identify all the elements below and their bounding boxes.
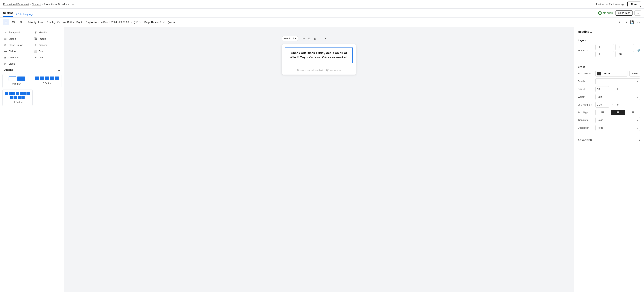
delete-button[interactable]: 🗑 [313,37,317,41]
component-image[interactable]: 🖼 Image [32,36,62,42]
line-height-decrease-button[interactable]: − [611,103,614,107]
component-divider-label: Divider [8,50,16,53]
size-reset-icon[interactable]: ↺ [583,88,585,91]
edit-pencil-button[interactable]: ✏ [302,37,306,41]
heading-tag-chevron: ▾ [295,37,296,40]
margin-top-left-icon: ⌐ [597,46,598,48]
grid-view-button[interactable]: ⊞ [3,19,9,25]
margin-top-right-icon: ⌐ [617,46,618,48]
opacity-input[interactable]: 100 % [629,71,640,77]
line-height-increase-button[interactable]: + [616,103,620,107]
size-value: 18 [597,88,600,91]
template-11-button[interactable]: 11 Button [2,90,32,106]
send-test-button[interactable]: Send Test [616,10,633,15]
margin-bottom-left-input[interactable]: ⌐ 0 [596,51,614,57]
more-options-button[interactable]: ... [634,10,641,15]
align-right-button[interactable] [626,110,640,115]
tab-content[interactable]: Content [3,11,13,17]
decoration-select[interactable]: None ▾ [596,125,640,131]
text-color-row: Text Color ↺ 333333 100 % [578,71,640,77]
family-row: Family ▾ [578,78,640,84]
component-columns[interactable]: ⊞ Columns [2,54,32,61]
settings-button[interactable]: ⚙ [18,19,24,25]
code-view-button[interactable]: </> [10,19,17,25]
canvas-footer-text: Designed and delivered with customer.io [297,69,341,71]
component-box-label: Box [39,50,43,53]
transform-select[interactable]: None ▾ [596,117,640,123]
component-heading-label: Heading [39,31,48,34]
breadcrumb-current: Promotional Broadcast [44,3,70,6]
close-canvas-button[interactable]: ✕ [324,37,327,40]
margin-bottom-right-icon: ⌐ [617,53,618,55]
weight-select[interactable]: Bold ▾ [596,94,640,100]
line-height-controls: 1.25 − + [596,102,640,108]
redo-button[interactable]: ↪ [624,19,628,25]
margin-link-icon[interactable]: 🔗 [637,49,640,52]
decoration-value: None [598,127,603,129]
display-info: Display: Overlay, Bottom Right [46,21,82,23]
duplicate-button[interactable]: ⧉ [307,36,311,41]
button-template-row-2: 11 Button [2,90,62,106]
done-button[interactable]: Done [628,1,641,7]
advanced-section-header[interactable]: Advanced ▾ [578,139,640,142]
filled-btn-preview [17,77,25,81]
family-label: Family [578,80,594,83]
buttons-section-header: Buttons ▲ [0,67,64,72]
right-panel-title: Heading 1 [574,27,644,36]
undo-button[interactable]: ↩ [618,19,622,25]
component-paragraph[interactable]: ≡ Paragraph [2,29,32,36]
family-select[interactable]: ▾ [596,78,640,84]
line-height-reset-icon[interactable]: ↺ [590,104,592,106]
add-language-button[interactable]: + Add language [16,13,34,15]
align-left-button[interactable] [596,110,610,115]
text-align-reset-icon[interactable]: ↺ [588,111,590,114]
heading-tag-selector[interactable]: Heading 1 ▾ [282,36,298,41]
btn-sm-2 [40,77,44,80]
align-center-button[interactable] [611,110,625,115]
component-button[interactable]: ▭ Button [2,36,32,42]
outline-btn-preview [8,77,16,81]
margin-bottom-right-input[interactable]: ⌐ 18 [615,51,634,57]
text-align-row: Text Align ↺ [578,110,640,115]
component-list[interactable]: ≡ List [32,54,62,61]
save-button[interactable]: 💾 [629,19,635,25]
component-spacer[interactable]: ↕ Spacer [32,42,62,48]
divider-icon: — [4,50,7,53]
weight-value: Bold [598,96,602,98]
template-5-button[interactable]: 5 Button [33,74,62,88]
size-increase-button[interactable]: + [616,87,620,91]
size-decrease-button[interactable]: − [611,87,614,91]
component-divider[interactable]: — Divider [2,48,32,54]
margin-top-right-input[interactable]: ⌐ 0 [615,44,634,50]
weight-label: Weight [578,96,594,98]
edit-icon[interactable]: ✏ [72,3,74,6]
component-close-button[interactable]: ✕ Close Button [2,42,32,48]
breadcrumb-link-1[interactable]: Promotional Broadcast [3,3,29,6]
layout-section-title: Layout [578,39,640,42]
component-grid: ≡ Paragraph T Heading ▭ Button 🖼 Image ✕… [0,29,64,67]
margin-top-left-input[interactable]: ⌐ 0 [596,44,614,50]
buttons-section-chevron[interactable]: ▲ [58,68,60,71]
family-chevron-icon: ▾ [637,80,638,83]
list-icon: ≡ [34,56,38,59]
margin-reset-icon[interactable]: ↺ [586,49,588,52]
priority-info: Priority: Low [28,21,43,23]
collapse-button[interactable]: ⌄ [612,19,617,25]
text-color-reset-icon[interactable]: ↺ [589,72,591,75]
text-color-input[interactable]: 333333 [596,71,628,77]
component-box[interactable]: ⬜ Box [32,48,62,54]
line-height-input[interactable]: 1.25 [596,102,609,108]
heading-icon: T [34,31,38,34]
close-button-icon: ✕ [4,43,7,46]
template-2-button[interactable]: 2 Button [2,74,31,88]
canvas-wrapper: Heading 1 ▾ | ✏ ⧉ 🗑 ✕ Check out Black Fr… [282,44,356,75]
line-height-row: Line Height ↺ 1.25 − + [578,102,640,108]
size-input[interactable]: 18 [596,86,609,92]
button-icon: ▭ [4,37,7,40]
gear-settings-button[interactable]: ⚙ [636,19,641,25]
btn-sm-5 [54,77,59,80]
canvas-heading[interactable]: Check out Black Friday deals on all of W… [285,47,353,63]
component-heading[interactable]: T Heading [32,29,62,36]
breadcrumb-link-2[interactable]: Content [32,3,41,6]
component-video[interactable]: ◎ Video [2,61,32,67]
